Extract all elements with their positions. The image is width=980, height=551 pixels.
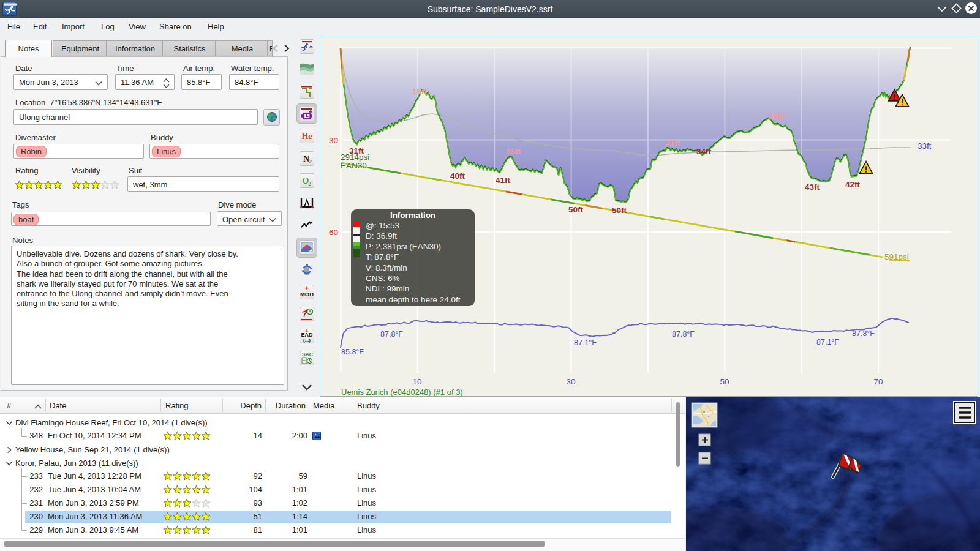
svg-text:T: 87.8°F: T: 87.8°F (366, 252, 399, 261)
svg-text:SAC: SAC (302, 351, 313, 358)
svg-text:D: 36.9ft: D: 36.9ft (366, 231, 397, 241)
svg-text:+: + (305, 329, 309, 334)
svg-text:34ft: 34ft (696, 147, 712, 156)
svg-text:87.8°F: 87.8°F (380, 330, 403, 339)
svg-text:EAN30: EAN30 (341, 161, 367, 170)
svg-text:15ft: 15ft (412, 87, 428, 96)
svg-text:87.1°F: 87.1°F (816, 338, 839, 347)
svg-text:2: 2 (308, 181, 311, 187)
svg-text:50ft: 50ft (612, 206, 627, 215)
svg-text:NDL: 99min: NDL: 99min (366, 284, 409, 293)
svg-text:85.8°F: 85.8°F (341, 348, 364, 356)
svg-text:50ft: 50ft (568, 205, 584, 214)
svg-text:43ft: 43ft (805, 182, 820, 192)
svg-text:50: 50 (720, 377, 729, 386)
svg-text:He: He (301, 132, 312, 141)
svg-text:70: 70 (873, 377, 883, 386)
svg-text:mean depth to here 24.0ft: mean depth to here 24.0ft (366, 295, 461, 304)
svg-text:87.1°F: 87.1°F (574, 339, 597, 347)
svg-text:591psi: 591psi (884, 252, 909, 261)
svg-text:(...): (...) (303, 337, 311, 343)
svg-text:60: 60 (329, 228, 338, 237)
svg-text:Uemis Zurich (e04d0248) (#1 of: Uemis Zurich (e04d0248) (#1 of 3) (341, 388, 463, 397)
svg-text:+: + (305, 285, 309, 291)
svg-text:10: 10 (412, 377, 421, 386)
svg-text:31ft: 31ft (349, 146, 364, 156)
svg-text:87.8°F: 87.8°F (672, 330, 695, 339)
svg-text:33ft: 33ft (918, 141, 932, 151)
svg-text:CNS: 6%: CNS: 6% (366, 274, 400, 283)
svg-text:V: 8.3ft/min: V: 8.3ft/min (366, 263, 407, 272)
svg-text:87.8°F: 87.8°F (852, 329, 875, 338)
svg-text:30: 30 (329, 136, 338, 145)
svg-text:42ft: 42ft (845, 180, 861, 189)
svg-text:35ft: 35ft (506, 147, 521, 156)
svg-text:30: 30 (566, 377, 575, 386)
svg-text:40ft: 40ft (450, 171, 466, 181)
svg-text:Information: Information (390, 211, 435, 220)
svg-text:P: 2,381psi (EAN30): P: 2,381psi (EAN30) (366, 242, 441, 251)
svg-text:31ft: 31ft (665, 138, 680, 148)
svg-text:41ft: 41ft (496, 176, 511, 185)
svg-text:23ft: 23ft (769, 112, 784, 121)
svg-text:MOD: MOD (300, 291, 314, 298)
svg-text:2: 2 (309, 159, 312, 165)
svg-text:@: 15:53: @: 15:53 (366, 221, 399, 230)
